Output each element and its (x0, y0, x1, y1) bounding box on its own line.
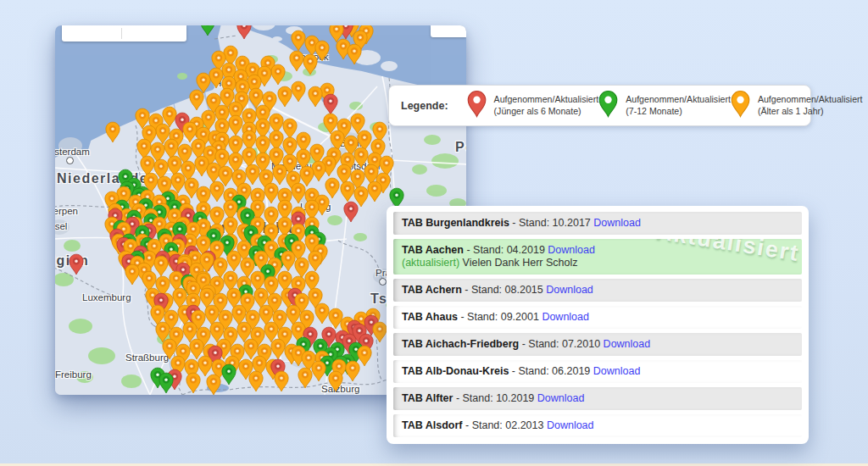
tab-stand-text: - Stand: 09.2001 (458, 311, 542, 323)
tab-list-row: TAB Burgenlandkreis - Stand: 10.2017 Dow… (393, 212, 802, 235)
orange-pin-map-marker[interactable] (308, 250, 323, 272)
green-pin-map-marker[interactable] (221, 363, 236, 386)
tab-list-row: TAB Aachen - Stand: 04.2019 Download(akt… (393, 239, 802, 275)
orange-pin-map-marker[interactable] (206, 374, 221, 395)
tab-stand-text: - Stand: 08.2015 (462, 284, 546, 296)
legend-title: Legende: (401, 100, 448, 112)
tab-stand-text: - Stand: 07.2010 (519, 338, 603, 350)
orange-pin-map-marker[interactable] (367, 180, 382, 202)
download-link[interactable]: Download (547, 419, 594, 431)
red-pin-map-marker[interactable] (236, 25, 252, 40)
legend-line2: (Älter als 1 Jahr) (758, 106, 863, 118)
tab-list-panel: TAB Burgenlandkreis - Stand: 10.2017 Dow… (387, 206, 809, 444)
legend-item-text: Aufgenommen/Aktualisiert(Älter als 1 Jah… (758, 94, 863, 118)
orange-pin-map-marker[interactable] (277, 86, 292, 108)
orange-pin-map-marker[interactable] (298, 367, 313, 389)
tab-name: TAB Aichach-Friedberg (402, 338, 519, 350)
orange-pin-map-marker[interactable] (189, 89, 204, 111)
tab-list-row: TAB Alsdorf - Stand: 02.2013 Download (393, 414, 802, 437)
tab-stand-text: - Stand: 02.2013 (463, 419, 547, 431)
orange-pin-map-marker[interactable] (125, 264, 140, 286)
legend-line1: Aufgenommen/Aktualisiert (494, 94, 599, 106)
orange-pin-map-marker[interactable] (328, 370, 343, 392)
download-link[interactable]: Download (604, 338, 651, 350)
green-pin-map-marker[interactable] (200, 25, 215, 36)
legend-items: Aufgenommen/Aktualisiert(Jünger als 6 Mo… (467, 90, 863, 121)
orange-pin-map-marker[interactable] (105, 121, 120, 143)
legend-item-green: Aufgenommen/Aktualisiert(7-12 Monate) (598, 90, 731, 121)
tab-note-tag: (aktualisiert) (402, 257, 459, 269)
download-link[interactable]: Download (548, 244, 595, 256)
legend-line2: (Jünger als 6 Monate) (494, 106, 599, 118)
orange-pin-map-marker[interactable] (347, 43, 362, 65)
legend-panel: Legende: Aufgenommen/Aktualisiert(Jünger… (388, 85, 811, 126)
page-background: AmsterdamNiederlandeAntwerpenBrüsselBelg… (0, 0, 868, 466)
download-link[interactable]: Download (546, 284, 593, 296)
legend-line2: (7-12 Monate) (626, 106, 731, 118)
orange-pin-icon (731, 90, 750, 121)
legend-item-text: Aufgenommen/Aktualisiert(7-12 Monate) (626, 94, 731, 118)
green-pin-icon (598, 90, 618, 121)
tab-stand-text: - Stand: 10.2019 (453, 392, 537, 404)
tab-stand-text: - Stand: 06.2019 (509, 365, 593, 377)
download-link[interactable]: Download (593, 217, 641, 229)
tab-name: TAB Alsdorf (402, 419, 463, 431)
tab-stand-text: - Stand: 04.2019 (464, 244, 548, 256)
tab-stand-text: - Stand: 10.2017 (509, 217, 593, 229)
orange-pin-map-marker[interactable] (291, 80, 306, 103)
orange-pin-map-marker[interactable] (345, 360, 360, 382)
orange-pin-map-marker[interactable] (270, 64, 286, 86)
green-pin-map-marker[interactable] (159, 372, 174, 394)
tab-name: TAB Aachen (402, 244, 464, 256)
tab-list-row: TAB Aichach-Friedberg - Stand: 07.2010 D… (393, 333, 802, 356)
tab-note-text: Vielen Dank Herr Scholz (459, 257, 577, 269)
orange-pin-map-marker[interactable] (308, 86, 323, 108)
legend-line1: Aufgenommen/Aktualisiert (758, 94, 863, 106)
red-pin-icon (467, 90, 487, 121)
tab-note: (aktualisiert) Vielen Dank Herr Scholz (402, 257, 793, 269)
search-box-divider (121, 28, 122, 39)
tab-list-row: TAB Alfter - Stand: 10.2019 Download (393, 387, 802, 410)
map-control[interactable] (431, 25, 466, 37)
orange-pin-map-marker[interactable] (248, 370, 264, 392)
download-link[interactable]: Download (593, 365, 641, 377)
tab-list-row: TAB Alb-Donau-Kreis - Stand: 06.2019 Dow… (393, 360, 802, 383)
tab-list-row: TAB Ahaus - Stand: 09.2001 Download (393, 306, 802, 329)
orange-pin-map-marker[interactable] (372, 321, 387, 343)
tab-name: TAB Burgenlandkreis (402, 217, 509, 229)
orange-pin-map-marker[interactable] (274, 370, 289, 392)
legend-item-orange: Aufgenommen/Aktualisiert(Älter als 1 Jah… (731, 90, 863, 121)
map-search-box[interactable] (62, 25, 186, 42)
tab-name: TAB Ahaus (402, 311, 458, 323)
legend-item-red: Aufgenommen/Aktualisiert(Jünger als 6 Mo… (467, 90, 599, 121)
red-pin-map-marker[interactable] (343, 201, 359, 223)
download-link[interactable]: Download (537, 392, 585, 404)
tab-name: TAB Alfter (402, 392, 453, 404)
legend-item-text: Aufgenommen/Aktualisiert(Jünger als 6 Mo… (494, 94, 599, 118)
orange-pin-map-marker[interactable] (311, 360, 326, 382)
tab-name: TAB Alb-Donau-Kreis (402, 365, 509, 377)
tab-list-row: TAB Achern - Stand: 08.2015 Download (393, 279, 802, 302)
orange-pin-map-marker[interactable] (186, 372, 201, 394)
download-link[interactable]: Download (542, 311, 589, 323)
orange-pin-map-marker[interactable] (303, 53, 318, 75)
legend-line1: Aufgenommen/Aktualisiert (626, 94, 731, 106)
tab-name: TAB Achern (402, 284, 462, 296)
red-pin-map-marker[interactable] (69, 253, 84, 275)
